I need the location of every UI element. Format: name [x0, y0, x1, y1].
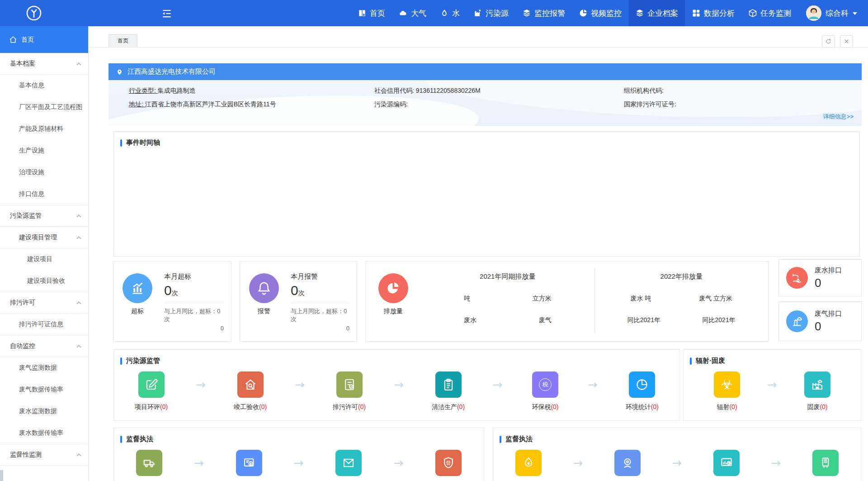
sidebar-item-water-transmission-rate[interactable]: 废水数据传输率 — [0, 422, 88, 444]
envelope-icon — [335, 450, 362, 476]
sidebar-item-construction-acceptance[interactable]: 建设项目验收 — [0, 270, 88, 292]
flow-label: 竣工验收(0) — [234, 403, 267, 411]
nav-pollution-source[interactable]: 污染源 — [467, 0, 515, 26]
sidebar-label: 废水监测数据 — [19, 407, 57, 415]
flow-label: 辐射(0) — [717, 403, 737, 411]
arrow-right-icon: → — [394, 379, 404, 391]
sidebar-item-capacity-materials[interactable]: 产能及原辅材料 — [0, 118, 88, 140]
nav-monitor-alarm[interactable]: 监控报警 — [515, 0, 572, 26]
discharge-permit-item[interactable]: 排污许可(0) — [333, 371, 366, 411]
refresh-button[interactable] — [822, 35, 835, 48]
nav-task-monitor[interactable]: 任务监测 — [741, 0, 798, 26]
company-fields: 行业类型: 集成电路制造 社会信用代码: 91361122058830226M … — [108, 80, 862, 109]
sidebar-item-water-monitoring-data[interactable]: 废水监测数据 — [0, 400, 88, 422]
completion-acceptance-item[interactable]: 竣工验收(0) — [234, 371, 267, 411]
nav-data-analysis[interactable]: 数据分析 — [685, 0, 741, 26]
truck-icon — [136, 450, 162, 476]
solid-waste-item[interactable]: 固废(0) — [803, 371, 832, 411]
panel-title: 辐射·固废 — [684, 350, 861, 370]
tab-bar: 首页 — [89, 26, 868, 48]
mail-item[interactable] — [334, 450, 363, 476]
event-timeline-panel: 事件时间轴 — [113, 131, 860, 257]
supervision-flow: 项目环评(0) → 竣工验收(0) → 排污许可(0) — [114, 370, 679, 411]
sidebar-group-basic-archives[interactable]: 基本档案 — [0, 53, 88, 75]
inspection-item[interactable] — [514, 450, 543, 476]
chevron-down-icon — [853, 12, 857, 15]
timeline-title: 事件时间轴 — [126, 138, 160, 147]
sidebar-item-home[interactable]: 首页 — [0, 26, 88, 53]
stat-compare-value: 0 — [164, 325, 224, 332]
title-bar-accent — [500, 436, 501, 443]
field-industry: 行业类型: 集成电路制造 — [129, 87, 374, 95]
exceed-stat-body: 本月超标 0次 与上月同比，超标：0次 0 — [161, 262, 231, 341]
nav-label: 首页 — [370, 8, 385, 19]
title-bar-accent — [120, 436, 122, 443]
sidebar-item-basic-info[interactable]: 基本信息 — [0, 75, 88, 96]
detail-info-link[interactable]: 详细信息>> — [823, 113, 854, 121]
transport-item[interactable] — [135, 450, 164, 476]
chevron-up-icon — [77, 302, 81, 306]
mini-value: 0 — [815, 276, 842, 290]
record-device-item[interactable] — [811, 450, 840, 476]
clean-production-item[interactable]: 清洁生产(0) — [432, 371, 465, 411]
factory-icon — [473, 9, 482, 18]
close-button[interactable] — [840, 35, 853, 48]
app: 首页 大气 水 污染源 监控报警 视频监控 — [0, 0, 868, 481]
sidebar-group-pollution-supervision[interactable]: 污染源监管 — [0, 205, 88, 227]
arrow-right-icon: → — [771, 457, 781, 469]
stat-compare: 与上月同比，超标：0次 — [164, 307, 224, 324]
monitor-chart-icon — [713, 450, 740, 476]
arrow-right-icon: → — [394, 457, 404, 469]
home-book-icon — [358, 9, 367, 18]
arrow-right-icon: → — [294, 457, 304, 469]
sidebar-group-auto-monitoring[interactable]: 自动监控 — [0, 335, 88, 357]
sidebar-item-production-facilities[interactable]: 生产设施 — [0, 140, 88, 162]
pollution-supervision-panel: 污染源监管 项目环评(0) → 竣工验收(0) — [113, 349, 680, 421]
environment-tax-item[interactable]: 税 环保税(0) — [531, 371, 560, 411]
sidebar-item-gas-transmission-rate[interactable]: 废气数据传输率 — [0, 379, 88, 400]
sidebar-label: 排污许可 — [10, 299, 35, 307]
nav-home[interactable]: 首页 — [351, 0, 392, 26]
sidebar-item-outlet-info[interactable]: 排口信息 — [0, 183, 88, 205]
sidebar-collapse-icon[interactable] — [161, 8, 173, 19]
sidebar-item-treatment-facilities[interactable]: 治理设施 — [0, 162, 88, 183]
user-menu[interactable]: 综合科 — [798, 0, 868, 26]
field-credit-code: 社会信用代码: 91361122058830226M — [374, 87, 624, 95]
company-card: 江西高盛达光电技术有限公司 行业类型: 集成电路制造 社会信用代码: 91361… — [108, 63, 862, 126]
emission-2022: 2022年排放量 废水 吨 废气 立方米 同比2021年 同比2021年 — [595, 262, 769, 341]
tab-home[interactable]: 首页 — [108, 34, 137, 47]
supervise-badge-item[interactable]: 督 — [434, 450, 463, 476]
sidebar-item-construction-project[interactable]: 建设项目 — [0, 248, 88, 270]
invoice-item[interactable] — [235, 450, 264, 476]
environment-statistics-item[interactable]: 环境统计(0) — [626, 371, 659, 411]
nav-atmosphere[interactable]: 大气 — [392, 0, 433, 26]
biohazard-icon: ☣ — [714, 371, 740, 398]
title-bar-accent — [690, 357, 692, 365]
nav-water[interactable]: 水 — [433, 0, 467, 26]
sidebar-item-plant-layout-process[interactable]: 厂区平面及工艺流程图 — [0, 96, 88, 118]
nav-label: 任务监测 — [760, 8, 791, 19]
panel-title: 监督执法 — [493, 428, 861, 448]
sidebar-item-discharge-permit-info[interactable]: 排污许可证信息 — [0, 314, 88, 335]
bell-icon — [249, 273, 279, 303]
nav-video-monitor[interactable]: 视频监控 — [572, 0, 628, 26]
sidebar-label: 生产设施 — [19, 147, 44, 155]
stat-value: 0次 — [164, 283, 224, 298]
sidebar-group-supervisory-monitoring[interactable]: 监督性监测 — [0, 444, 88, 466]
field-permit-no: 国家排污许可证号: — [624, 100, 862, 109]
arrow-right-icon: → — [588, 379, 598, 391]
nav-enterprise-archive[interactable]: 企业档案 — [628, 0, 685, 26]
emission-2021-title: 2021年同期排放量 — [421, 272, 594, 281]
nav-label: 水 — [452, 8, 460, 19]
sidebar-group-construction-project-mgmt[interactable]: 建设项目管理 — [0, 227, 88, 248]
radiation-item[interactable]: ☣ 辐射(0) — [712, 371, 741, 411]
sidebar-scrollbar[interactable] — [0, 470, 3, 481]
sidebar-label: 厂区平面及工艺流程图 — [19, 103, 82, 111]
video-inspect-item[interactable] — [613, 450, 642, 476]
monitor-report-item[interactable] — [712, 450, 741, 476]
sidebar-group-discharge-permit[interactable]: 排污许可 — [0, 292, 88, 314]
sidebar-item-gas-monitoring-data[interactable]: 废气监测数据 — [0, 357, 88, 379]
sidebar-label: 废气数据传输率 — [19, 386, 63, 394]
eia-item[interactable]: 项目环评(0) — [135, 371, 168, 411]
nav-label: 企业档案 — [647, 8, 678, 19]
